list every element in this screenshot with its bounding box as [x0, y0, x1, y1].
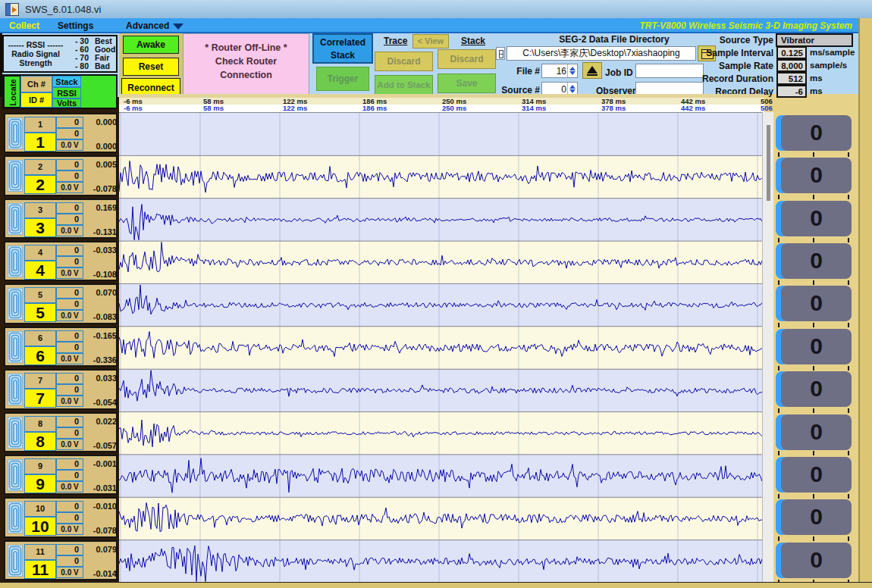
locate-coil-icon — [8, 374, 22, 405]
channel-id[interactable]: 4 — [24, 261, 56, 280]
header-stack: Stack — [52, 76, 81, 87]
stack-count-display-ch4: 0 — [776, 243, 852, 279]
file-number-spinner[interactable]: 16 — [541, 64, 578, 78]
vertical-scrollbar[interactable] — [762, 112, 773, 582]
stack-count-value: 0 — [781, 371, 852, 407]
acq-unit: ms — [810, 86, 823, 95]
locate-button[interactable] — [8, 545, 23, 577]
channel-rssi: 0 — [56, 299, 83, 310]
save-button[interactable]: Save — [438, 74, 496, 93]
locate-button[interactable] — [8, 288, 23, 320]
locate-button[interactable] — [8, 203, 23, 235]
channel-block-6: 6 6 0 0 0.0 V -0.165 -0.336 — [4, 327, 118, 367]
locate-button[interactable] — [8, 417, 23, 449]
locate-button[interactable] — [8, 331, 23, 363]
slider-tick — [813, 280, 814, 285]
channel-id[interactable]: 10 — [24, 517, 56, 536]
stack-count-display-ch11: 0 — [776, 543, 852, 578]
file-increment-button[interactable] — [582, 62, 602, 79]
channel-min-value: -0.078 — [84, 184, 117, 193]
trace-canvas — [119, 113, 762, 583]
channel-max-value: 0.000 — [84, 117, 117, 127]
channel-min-value: 0.000 — [84, 142, 117, 151]
channel-number: 8 — [24, 416, 56, 432]
channel-table-header: Locate Ch # ID # Stack RSSI Volts — [2, 74, 118, 109]
channel-id[interactable]: 9 — [24, 474, 56, 493]
axis-tick-label: 314 ms — [522, 104, 546, 112]
channel-number: 11 — [24, 544, 56, 560]
channel-id[interactable]: 5 — [24, 303, 56, 322]
reset-button[interactable]: Reset — [123, 58, 179, 76]
slider-tick — [813, 536, 814, 541]
trigger-button[interactable]: Trigger — [316, 67, 369, 91]
channel-min-value: -0.031 — [84, 483, 117, 493]
acq-label: Record Duration — [667, 74, 773, 84]
channel-id[interactable]: 8 — [24, 432, 56, 451]
menu-collect[interactable]: Collect — [9, 20, 39, 31]
slider-tick — [848, 494, 849, 499]
channel-id[interactable]: 1 — [24, 133, 56, 152]
channel-block-7: 7 7 0 0 0.0 V 0.033 -0.054 — [4, 369, 118, 409]
window-title: SWS_6.01.048.vi — [25, 4, 101, 15]
menu-bar: Collect Settings Advanced TRT-V8000 Wire… — [0, 18, 858, 33]
increment-icon[interactable] — [569, 85, 576, 89]
stack-heading: Stack — [461, 36, 485, 46]
channel-volts: 0.0 V — [56, 567, 83, 578]
trace-heading: Trace — [384, 36, 407, 46]
decrement-icon[interactable] — [569, 89, 576, 93]
channel-id[interactable]: 3 — [24, 218, 56, 237]
stack-count-display-ch1: 0 — [776, 115, 852, 151]
channel-max-value: -0.001 — [84, 459, 117, 468]
discard-trace-button[interactable]: Discard — [375, 52, 433, 71]
slider-tick — [848, 366, 849, 371]
slider-tick — [778, 238, 779, 242]
channel-volts: 0.0 V — [56, 225, 83, 236]
channel-rssi: 0 — [56, 214, 83, 225]
menu-advanced[interactable]: Advanced — [126, 20, 183, 31]
locate-coil-icon — [8, 246, 22, 277]
locate-button[interactable] — [8, 117, 23, 149]
channel-max-value: 0.070 — [84, 288, 117, 297]
channel-id[interactable]: 2 — [24, 175, 56, 194]
locate-button[interactable] — [8, 459, 23, 491]
channel-rssi: 0 — [56, 342, 83, 353]
channel-number: 10 — [24, 501, 56, 517]
add-to-stack-button[interactable]: Add to Stack — [375, 75, 433, 95]
channel-number: 3 — [24, 202, 56, 218]
channel-id[interactable]: 7 — [24, 389, 56, 408]
channel-min-value: -0.057 — [84, 441, 117, 450]
locate-button[interactable] — [8, 502, 23, 533]
axis-tick-label: 442 ms — [681, 104, 705, 112]
awake-button[interactable]: Awake — [123, 36, 179, 54]
menu-advanced-label: Advanced — [126, 20, 169, 31]
channel-rssi: 0 — [56, 470, 83, 481]
view-button[interactable]: < View — [412, 34, 449, 48]
channel-id[interactable]: 6 — [24, 346, 56, 365]
slider-tick — [778, 536, 779, 541]
acq-value: 512 — [776, 72, 807, 85]
channel-volts: 0.0 V — [56, 310, 83, 321]
locate-button[interactable] — [8, 246, 23, 277]
channel-block-3: 3 3 0 0 0.0 V 0.169 -0.131 — [4, 199, 118, 239]
header-rssi: RSSI — [52, 87, 81, 99]
stack-count-display-ch2: 0 — [776, 158, 852, 193]
channel-id[interactable]: 11 — [24, 560, 56, 579]
menu-settings[interactable]: Settings — [58, 20, 93, 31]
discard-stack-button[interactable]: Discard — [438, 49, 496, 69]
locate-button[interactable] — [8, 374, 23, 405]
locate-button[interactable] — [8, 160, 23, 192]
locate-coil-icon — [8, 118, 22, 149]
scrollbar-thumb[interactable] — [767, 125, 770, 201]
rssi-levels: - 30 Best - 60 Good - 70 Fair - 80 Bad — [67, 37, 116, 70]
axis-tick-label: 186 ms — [362, 104, 387, 112]
decrement-icon[interactable] — [569, 71, 576, 75]
router-button-column: Awake Reset Reconnect — [119, 33, 183, 97]
labview-vi-icon — [5, 3, 19, 16]
axis-tick-label: 378 ms — [601, 104, 626, 112]
increment-icon[interactable] — [569, 67, 576, 70]
slider-tick — [778, 451, 779, 455]
stack-count-value: 0 — [781, 286, 852, 321]
channel-stack-count: 0 — [56, 287, 83, 299]
axis-tick-label: 506 — [761, 104, 773, 112]
locate-coil-icon — [8, 460, 22, 490]
